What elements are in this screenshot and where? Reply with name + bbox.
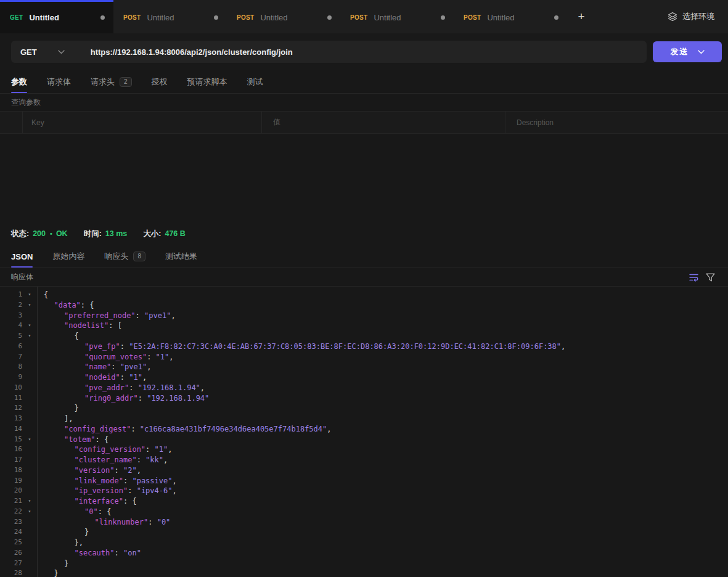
json-punctuation: : (138, 394, 147, 403)
unsaved-dot-indicator (100, 15, 105, 20)
unsaved-dot-indicator (441, 15, 445, 20)
document-tab-title: Untitled (374, 13, 436, 22)
line-number: 25 (0, 538, 22, 548)
response-tab-JSON[interactable]: JSON (11, 245, 33, 268)
fold-arrow-icon[interactable]: ▾ (22, 507, 37, 517)
json-punctuation: : (129, 383, 137, 392)
json-punctuation: , (561, 342, 565, 351)
json-key: "data" (54, 301, 81, 309)
response-tab-响应头[interactable]: 响应头8 (104, 245, 145, 268)
code-line-content: "nodelist": [ (44, 321, 122, 331)
fold-arrow-icon[interactable]: ▾ (22, 300, 37, 311)
fold-arrow-icon[interactable]: ▾ (22, 496, 37, 507)
url-input[interactable]: https://192.168.1.94:8006/api2/json/clus… (76, 47, 293, 57)
response-tab-count-badge: 8 (133, 252, 145, 261)
environment-selector-label: 选择环境 (682, 11, 714, 22)
json-key: "interface" (75, 497, 123, 505)
json-value: "pve1" (144, 311, 171, 320)
code-line-content: "nodeid": "1", (44, 372, 147, 383)
response-tab-label: 原始内容 (52, 251, 84, 262)
send-button[interactable]: 发送 (653, 41, 722, 62)
code-line: 19"link_mode": "passive", (0, 476, 728, 486)
json-response-viewer[interactable]: 1▾{2▾"data": {3"preferred_node": "pve1",… (0, 287, 728, 577)
request-tab-预请求脚本[interactable]: 预请求脚本 (187, 70, 227, 93)
code-line: 14"config_digest": "c166ca8ae431bf7496e3… (0, 424, 728, 435)
json-punctuation: : (145, 445, 154, 454)
code-line: 10"pve_addr": "192.168.1.94", (0, 383, 728, 393)
json-key: "nodelist" (64, 321, 108, 330)
json-key: "totem" (64, 435, 96, 444)
document-tab-title: Untitled (29, 13, 96, 22)
params-table-header: Key 值 Description (0, 111, 728, 134)
json-punctuation: { (75, 332, 79, 340)
new-tab-button[interactable]: + (567, 0, 595, 33)
request-tab-参数[interactable]: 参数 (11, 70, 27, 93)
line-number: 4 (0, 321, 22, 331)
unsaved-dot-indicator (214, 15, 218, 20)
send-options-chevron-icon[interactable] (698, 50, 705, 54)
json-value: "passive" (132, 477, 172, 485)
code-line: 11"ring0_addr": "192.168.1.94" (0, 393, 728, 404)
request-tabs: 参数请求体请求头2授权预请求脚本测试 (0, 70, 728, 94)
code-line: 16"config_version": "1", (0, 444, 728, 455)
document-tab-5[interactable]: POSTUntitled (454, 0, 567, 33)
json-value: "192.168.1.94" (138, 383, 200, 392)
fold-arrow-icon[interactable]: ▾ (22, 435, 37, 445)
params-value-column-header: 值 (262, 112, 505, 133)
code-line-content: "version": "2", (44, 465, 141, 476)
method-badge: POST (464, 14, 481, 21)
code-line-content: } (44, 403, 79, 414)
environment-selector[interactable]: 选择环境 (654, 0, 728, 33)
request-tab-测试[interactable]: 测试 (247, 70, 263, 93)
code-line: 7"quorum_votes": "1", (0, 352, 728, 362)
code-line-content: } (44, 527, 89, 538)
request-tab-label: 授权 (152, 76, 168, 88)
json-key: "secauth" (75, 549, 115, 557)
code-line: 17"cluster_name": "kk", (0, 455, 728, 465)
json-key: "nodeid" (84, 373, 120, 382)
method-select[interactable]: GET (11, 47, 76, 57)
fold-arrow-icon[interactable]: ▾ (22, 331, 37, 342)
line-number: 12 (0, 403, 22, 414)
json-value: "0" (157, 518, 171, 526)
filter-icon[interactable] (702, 271, 718, 284)
wrap-text-icon[interactable] (686, 271, 702, 284)
json-punctuation: , (168, 445, 172, 454)
query-params-section: 查询参数 (0, 94, 728, 111)
code-line: 5▾{ (0, 331, 728, 342)
json-key: "linknumber" (95, 518, 149, 526)
code-line-content: "quorum_votes": "1", (44, 352, 174, 362)
request-tab-请求体[interactable]: 请求体 (47, 70, 71, 93)
method-badge: POST (350, 14, 367, 21)
json-punctuation: : (131, 425, 139, 433)
fold-arrow-icon[interactable]: ▾ (22, 321, 37, 331)
request-tab-label: 参数 (11, 76, 27, 88)
request-tab-授权[interactable]: 授权 (152, 70, 168, 93)
code-line-content: "preferred_node": "pve1", (44, 311, 176, 321)
code-line-content: "totem": { (44, 435, 108, 445)
document-tab-1[interactable]: GETUntitled (0, 0, 113, 33)
size-label: 大小: (143, 229, 161, 239)
code-line-content: "cluster_name": "kk", (44, 455, 168, 465)
json-value: "1" (155, 445, 168, 454)
method-badge: GET (10, 14, 23, 21)
request-tab-请求头[interactable]: 请求头2 (91, 70, 132, 93)
line-number: 16 (0, 444, 22, 455)
line-number: 1 (0, 290, 22, 300)
code-line: 3"preferred_node": "pve1", (0, 311, 728, 321)
response-tab-测试结果[interactable]: 测试结果 (165, 245, 197, 268)
code-line: 18"version": "2", (0, 465, 728, 476)
json-punctuation: , (169, 353, 173, 361)
time-label: 时间: (84, 229, 102, 239)
line-number: 27 (0, 559, 22, 569)
status-separator-dot: • (50, 230, 52, 237)
json-punctuation: , (172, 477, 176, 485)
json-punctuation: : (128, 486, 136, 495)
json-value: "2" (123, 466, 137, 475)
document-tab-2[interactable]: POSTUntitled (113, 0, 227, 33)
document-tab-3[interactable]: POSTUntitled (227, 0, 340, 33)
document-tab-4[interactable]: POSTUntitled (340, 0, 454, 33)
line-number: 14 (0, 424, 22, 435)
response-tab-原始内容[interactable]: 原始内容 (52, 245, 84, 268)
fold-arrow-icon[interactable]: ▾ (22, 290, 37, 300)
